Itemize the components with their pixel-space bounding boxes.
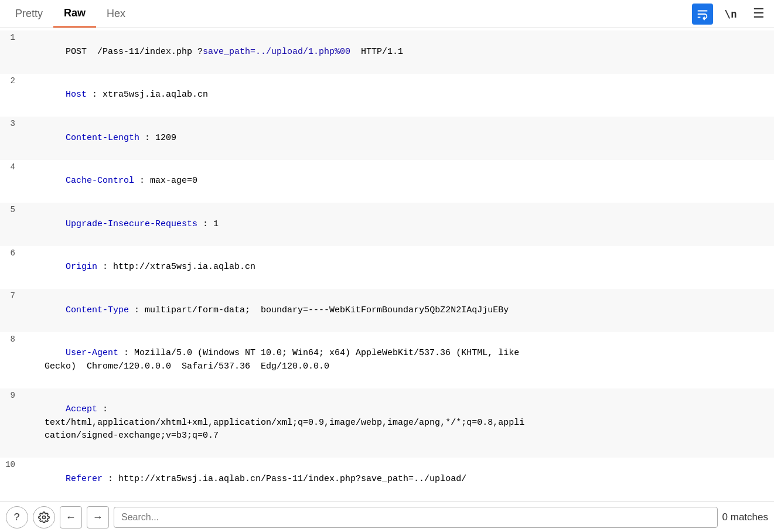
table-row: 9 Accept : text/html,application/xhtml+x… (0, 388, 774, 458)
search-input[interactable] (114, 507, 718, 528)
table-row: 2 Host : xtra5wsj.ia.aqlab.cn (0, 74, 774, 117)
settings-button[interactable] (33, 506, 55, 528)
tab-icon-group: \n ☰ (692, 4, 769, 25)
back-button[interactable]: ← (60, 506, 82, 528)
tab-bar: Pretty Raw Hex \n ☰ (0, 0, 774, 28)
table-row: 3 Content-Length : 1209 (0, 117, 774, 160)
tab-pretty[interactable]: Pretty (5, 1, 53, 27)
bottom-bar: ? ← → 0 matches (0, 502, 774, 532)
content-area: 1 POST /Pass-11/index.php ?save_path=../… (0, 28, 774, 502)
table-row: 1 POST /Pass-11/index.php ?save_path=../… (0, 30, 774, 74)
tab-raw[interactable]: Raw (53, 0, 96, 28)
svg-point-1 (43, 516, 46, 519)
table-row: 10 Referer : http://xtra5wsj.ia.aqlab.cn… (0, 458, 774, 501)
help-button[interactable]: ? (6, 506, 28, 528)
table-row: 5 Upgrade-Insecure-Requests : 1 (0, 203, 774, 246)
menu-icon[interactable]: ☰ (748, 4, 769, 25)
matches-count: 0 matches (722, 511, 768, 523)
table-row: 7 Content-Type : multipart/form-data; bo… (0, 289, 774, 332)
tab-hex[interactable]: Hex (96, 1, 136, 27)
table-row: 6 Origin : http://xtra5wsj.ia.aqlab.cn (0, 246, 774, 289)
wrap-text-icon[interactable] (692, 4, 713, 25)
table-row: 4 Cache-Control : max-age=0 (0, 160, 774, 203)
newline-icon[interactable]: \n (720, 4, 741, 25)
forward-button[interactable]: → (87, 506, 109, 528)
table-row: 8 User-Agent : Mozilla/5.0 (Windows NT 1… (0, 332, 774, 388)
code-view: 1 POST /Pass-11/index.php ?save_path=../… (0, 28, 774, 502)
